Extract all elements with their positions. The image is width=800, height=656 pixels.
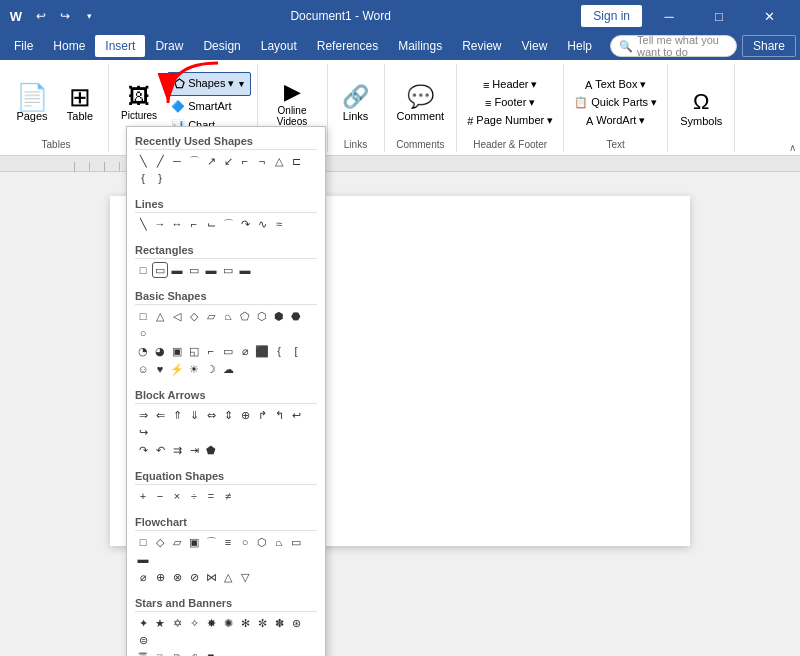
bs-triangle[interactable]: △ — [152, 308, 168, 324]
symbols-button[interactable]: Ω Symbols — [674, 85, 728, 131]
menu-view[interactable]: View — [512, 35, 558, 57]
eq-notequal[interactable]: ≠ — [220, 488, 236, 504]
pictures-button[interactable]: 🖼 Pictures — [115, 80, 163, 125]
menu-design[interactable]: Design — [193, 35, 250, 57]
star32[interactable]: ⊛ — [288, 615, 304, 631]
bs-frame[interactable]: ▣ — [169, 343, 185, 359]
ribbon2[interactable]: ⎙ — [186, 650, 202, 656]
menu-insert[interactable]: Insert — [95, 35, 145, 57]
fc-process[interactable]: □ — [135, 534, 151, 550]
fc-predefined[interactable]: ▣ — [186, 534, 202, 550]
links-button[interactable]: 🔗 Links — [334, 80, 378, 126]
shape-line-diag2[interactable]: ╱ — [152, 153, 168, 169]
rect-snipped[interactable]: ▬ — [169, 262, 185, 278]
fc-manual[interactable]: ⏢ — [271, 534, 287, 550]
fc-preparation[interactable]: ⬡ — [254, 534, 270, 550]
tell-me-input[interactable]: 🔍 Tell me what you want to do — [610, 35, 737, 57]
ba-updown[interactable]: ⇕ — [220, 407, 236, 423]
line-scribble[interactable]: ∿ — [254, 216, 270, 232]
bs-rect[interactable]: □ — [135, 308, 151, 324]
bs-heart[interactable]: ♥ — [152, 361, 168, 377]
shape-arrow2[interactable]: ↙ — [220, 153, 236, 169]
undo-button[interactable]: ↩ — [30, 5, 52, 27]
fc-sort[interactable]: ⋈ — [203, 569, 219, 585]
line-elbow[interactable]: ⌐ — [186, 216, 202, 232]
fc-data[interactable]: ▱ — [169, 534, 185, 550]
ba-leftuturnarrow[interactable]: ↪ — [135, 424, 151, 440]
bs-heptagon[interactable]: ⬢ — [271, 308, 287, 324]
fc-tape[interactable]: ⌀ — [135, 569, 151, 585]
shape-line-h[interactable]: ─ — [169, 153, 185, 169]
fc-document[interactable]: ⌒ — [203, 534, 219, 550]
line-curve[interactable]: ⌒ — [220, 216, 236, 232]
pages-button[interactable]: 📄 Pages — [10, 80, 54, 126]
comment-button[interactable]: 💬 Comment — [391, 80, 451, 126]
menu-layout[interactable]: Layout — [251, 35, 307, 57]
textbox-button[interactable]: A Text Box ▾ — [581, 76, 651, 93]
menu-mailings[interactable]: Mailings — [388, 35, 452, 57]
line-curve-arrow[interactable]: ↷ — [237, 216, 253, 232]
menu-references[interactable]: References — [307, 35, 388, 57]
rect-one-rounded[interactable]: ▭ — [220, 262, 236, 278]
bs-cloud[interactable]: ☁ — [220, 361, 236, 377]
fc-sumjunction[interactable]: ⊕ — [152, 569, 168, 585]
bs-smiley[interactable]: ☺ — [135, 361, 151, 377]
scroll-v[interactable]: ⎗ — [152, 650, 168, 656]
shape-arc[interactable]: ⌒ — [186, 153, 202, 169]
star10[interactable]: ✺ — [220, 615, 236, 631]
bs-pentagon[interactable]: ⬠ — [237, 308, 253, 324]
bs-chord[interactable]: ◔ — [135, 343, 151, 359]
ba-up[interactable]: ⇑ — [169, 407, 185, 423]
ribbon1[interactable]: ⎘ — [169, 650, 185, 656]
bs-plaque[interactable]: ▭ — [220, 343, 236, 359]
wordart-button[interactable]: A WordArt ▾ — [582, 112, 650, 129]
shape-rect-small[interactable]: ⊏ — [288, 153, 304, 169]
bs-corner[interactable]: ⌐ — [203, 343, 219, 359]
shapes-button[interactable]: ⬠ Shapes ▾ ▾ — [167, 72, 250, 96]
ba-quad[interactable]: ⊕ — [237, 407, 253, 423]
line-elbow-arrow[interactable]: ⌙ — [203, 216, 219, 232]
fc-decision[interactable]: ◇ — [152, 534, 168, 550]
smartart-button[interactable]: 🔷 SmartArt — [167, 98, 250, 115]
star12[interactable]: ✻ — [237, 615, 253, 631]
menu-review[interactable]: Review — [452, 35, 511, 57]
ba-uturnarrow[interactable]: ↩ — [288, 407, 304, 423]
close-button[interactable]: ✕ — [746, 0, 792, 32]
star8[interactable]: ✸ — [203, 615, 219, 631]
ba-left[interactable]: ⇐ — [152, 407, 168, 423]
fc-collate[interactable]: ⊘ — [186, 569, 202, 585]
page-number-button[interactable]: # Page Number ▾ — [463, 112, 557, 129]
fc-terminator[interactable]: ○ — [237, 534, 253, 550]
bs-diamond[interactable]: ◇ — [186, 308, 202, 324]
star4[interactable]: ✦ — [135, 615, 151, 631]
eq-minus[interactable]: − — [152, 488, 168, 504]
menu-help[interactable]: Help — [557, 35, 602, 57]
rect-plain[interactable]: □ — [135, 262, 151, 278]
eq-div[interactable]: ÷ — [186, 488, 202, 504]
sign-in-button[interactable]: Sign in — [581, 5, 642, 27]
rect-rounded[interactable]: ▭ — [152, 262, 168, 278]
table-button[interactable]: ⊞ Table — [58, 80, 102, 126]
shape-line-diag1[interactable]: ╲ — [135, 153, 151, 169]
ba-curvedleft[interactable]: ↶ — [152, 442, 168, 458]
rect-two-rounded[interactable]: ▬ — [237, 262, 253, 278]
star7[interactable]: ✧ — [186, 615, 202, 631]
line-double-arrow[interactable]: ↔ — [169, 216, 185, 232]
star6[interactable]: ✡ — [169, 615, 185, 631]
shape-triangle[interactable]: △ — [271, 153, 287, 169]
bs-octagon[interactable]: ⬣ — [288, 308, 304, 324]
menu-file[interactable]: File — [4, 35, 43, 57]
ribbon-collapse-button[interactable]: ∧ — [789, 142, 796, 153]
ba-curvedright[interactable]: ↷ — [135, 442, 151, 458]
ba-notchedright[interactable]: ⇥ — [186, 442, 202, 458]
bs-brace[interactable]: { — [271, 343, 287, 359]
ba-pentagon-arrow[interactable]: ⬟ — [203, 442, 219, 458]
bs-hexagon[interactable]: ⬡ — [254, 308, 270, 324]
fc-multidoc[interactable]: ≡ — [220, 534, 236, 550]
shape-arrow1[interactable]: ↗ — [203, 153, 219, 169]
shape-bracket1[interactable]: ⌐ — [237, 153, 253, 169]
shape-bracket2[interactable]: ¬ — [254, 153, 270, 169]
bs-circle[interactable]: ○ — [135, 325, 151, 341]
curved-down-ribbon[interactable]: ⬣ — [203, 650, 219, 656]
bs-bracket[interactable]: [ — [288, 343, 304, 359]
